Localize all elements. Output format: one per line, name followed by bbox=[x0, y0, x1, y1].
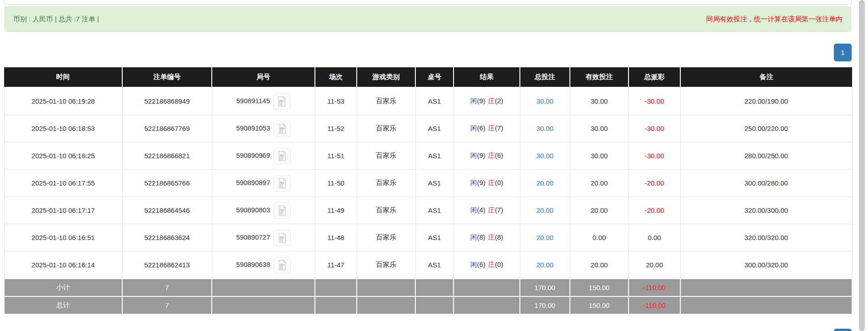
summary-empty bbox=[454, 296, 520, 314]
cell-valid-bet: 30.00 bbox=[570, 115, 629, 142]
cell-result: 闲(8)庄(8) bbox=[454, 224, 520, 251]
table-summary-row: 总计 7 170.00 150.00 -110.00 bbox=[4, 296, 852, 314]
result-player-label: 闲 bbox=[470, 233, 477, 241]
pagination-top: 1 bbox=[834, 44, 852, 61]
result-banker-score: (2) bbox=[495, 97, 503, 105]
cell-payout: 0.00 bbox=[629, 224, 680, 251]
cell-game-type: 百家乐 bbox=[357, 170, 415, 197]
video-replay-button[interactable] bbox=[274, 230, 291, 246]
cell-game-type: 百家乐 bbox=[357, 142, 415, 170]
cell-time: 2025-01-10 06:16:51 bbox=[4, 224, 122, 251]
currency-summary-text: 币别 : 人民币 | 总共 :7 注单 | bbox=[13, 15, 99, 24]
cell-session: 11-49 bbox=[315, 197, 357, 224]
cell-remark: 320.00/320.00 bbox=[680, 224, 852, 251]
summary-empty bbox=[454, 279, 520, 296]
result-player-label: 闲 bbox=[470, 179, 477, 186]
result-banker-score: (0) bbox=[495, 179, 503, 186]
cell-table-no: AS1 bbox=[415, 115, 454, 142]
header-payout: 总派彩 bbox=[629, 67, 680, 87]
result-player-score: (6) bbox=[477, 261, 485, 268]
summary-payout: -110.00 bbox=[629, 279, 680, 296]
result-banker-score: (0) bbox=[495, 261, 503, 268]
cell-session: 11-52 bbox=[315, 115, 357, 142]
summary-empty bbox=[415, 296, 454, 314]
cell-total-bet: 20.00 bbox=[520, 251, 570, 279]
cell-total-bet: 30.00 bbox=[520, 142, 570, 170]
cell-time: 2025-01-10 06:17:17 bbox=[4, 197, 122, 224]
result-player-label: 闲 bbox=[470, 124, 477, 132]
video-replay-icon bbox=[277, 260, 287, 271]
summary-empty bbox=[357, 279, 415, 296]
cell-round-id: 590890727 bbox=[212, 224, 315, 251]
cell-result: 闲(9)庄(6) bbox=[454, 142, 520, 170]
result-banker-label: 庄 bbox=[488, 124, 495, 132]
total-bet-link[interactable]: 30.00 bbox=[536, 97, 554, 105]
video-replay-icon bbox=[277, 232, 287, 243]
pagination-bottom: 1 bbox=[834, 329, 852, 331]
result-player-score: (9) bbox=[477, 97, 485, 105]
page-button-1-bottom[interactable]: 1 bbox=[834, 329, 852, 331]
table-row: 2025-01-10 06:17:55 522186865766 5908908… bbox=[4, 170, 852, 197]
cell-bet-id: 522186868949 bbox=[122, 87, 212, 115]
cell-total-bet: 30.00 bbox=[520, 87, 570, 115]
video-replay-button[interactable] bbox=[274, 148, 291, 164]
cell-session: 11-50 bbox=[315, 170, 357, 197]
cell-round-id: 590891053 bbox=[212, 115, 315, 142]
video-replay-button[interactable] bbox=[274, 202, 291, 219]
cell-payout: -30.00 bbox=[629, 142, 680, 170]
video-replay-button[interactable] bbox=[274, 257, 291, 273]
summary-empty bbox=[315, 279, 357, 296]
cell-remark: 250.00/220.00 bbox=[680, 115, 852, 142]
result-banker-label: 庄 bbox=[488, 233, 495, 241]
cell-game-type: 百家乐 bbox=[357, 115, 415, 142]
cell-bet-id: 522186862413 bbox=[122, 251, 212, 279]
cell-result: 闲(6)庄(0) bbox=[454, 251, 520, 279]
header-session: 场次 bbox=[315, 67, 357, 87]
summary-empty bbox=[357, 296, 415, 314]
cell-payout: -30.00 bbox=[629, 115, 680, 142]
valid-bet-note-text: 同局有效投注，统一计算在该局第一张注单内 bbox=[706, 15, 843, 24]
cell-result: 闲(6)庄(7) bbox=[454, 115, 520, 142]
cell-session: 11-47 bbox=[315, 251, 357, 279]
header-round-id: 局号 bbox=[212, 67, 315, 87]
total-bet-link[interactable]: 20.00 bbox=[536, 179, 554, 187]
video-replay-button[interactable] bbox=[274, 175, 291, 191]
result-banker-score: (7) bbox=[495, 206, 503, 214]
video-replay-icon bbox=[277, 205, 287, 216]
total-bet-link[interactable]: 20.00 bbox=[536, 206, 554, 214]
header-result: 结果 bbox=[454, 67, 520, 87]
summary-valid-bet: 150.00 bbox=[570, 296, 629, 314]
round-id-text: 590890727 bbox=[236, 233, 270, 241]
result-banker-score: (6) bbox=[495, 151, 503, 159]
page-button-1[interactable]: 1 bbox=[834, 44, 852, 61]
result-player-label: 闲 bbox=[470, 97, 477, 105]
cell-remark: 220.00/190.00 bbox=[680, 87, 852, 115]
table-row: 2025-01-10 06:18:25 522186866821 5908909… bbox=[4, 142, 852, 170]
result-banker-label: 庄 bbox=[488, 151, 495, 159]
table-row: 2025-01-10 06:19:28 522186868949 5908911… bbox=[4, 87, 852, 115]
total-bet-link[interactable]: 20.00 bbox=[536, 234, 554, 241]
cell-bet-id: 522186865766 bbox=[122, 170, 212, 197]
round-id-text: 590891145 bbox=[236, 96, 270, 104]
cell-total-bet: 20.00 bbox=[520, 224, 570, 251]
video-replay-icon bbox=[277, 123, 287, 134]
cell-total-bet: 20.00 bbox=[520, 197, 570, 224]
header-bet-id: 注单编号 bbox=[122, 67, 212, 87]
cell-game-type: 百家乐 bbox=[357, 224, 415, 251]
video-replay-button[interactable] bbox=[273, 93, 290, 110]
cell-time: 2025-01-10 06:19:28 bbox=[4, 87, 122, 115]
cell-game-type: 百家乐 bbox=[357, 87, 415, 115]
cell-valid-bet: 0.00 bbox=[570, 224, 629, 251]
total-bet-link[interactable]: 30.00 bbox=[536, 152, 554, 160]
round-id-text: 590891053 bbox=[236, 124, 270, 131]
summary-empty bbox=[415, 279, 454, 296]
cell-remark: 280.00/250.00 bbox=[680, 142, 852, 170]
result-player-score: (4) bbox=[477, 206, 485, 214]
summary-alert: 币别 : 人民币 | 总共 :7 注单 | 同局有效投注，统一计算在该局第一张注… bbox=[5, 6, 851, 32]
total-bet-link[interactable]: 30.00 bbox=[536, 125, 554, 132]
total-bet-link[interactable]: 20.00 bbox=[536, 261, 554, 269]
cell-valid-bet: 30.00 bbox=[570, 87, 629, 115]
video-replay-button[interactable] bbox=[274, 120, 291, 137]
scrollbar-thumb[interactable] bbox=[859, 0, 865, 331]
round-id-text: 590890803 bbox=[236, 206, 270, 213]
